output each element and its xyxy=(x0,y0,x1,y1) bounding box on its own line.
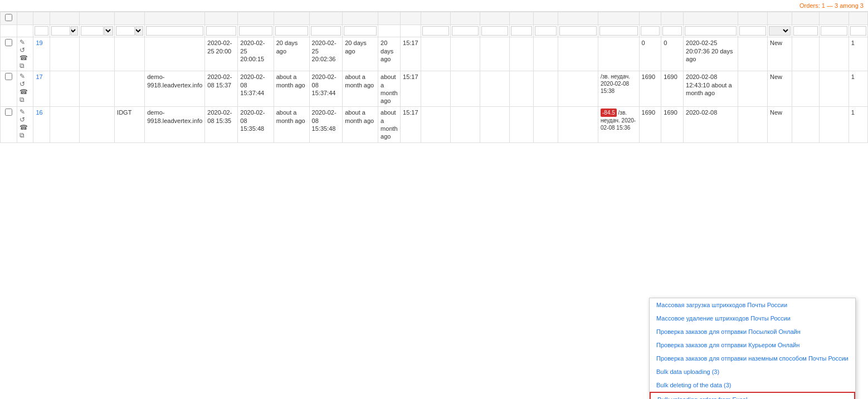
filter-price-input[interactable] xyxy=(641,26,660,36)
filter-id[interactable] xyxy=(33,25,50,37)
filter-rupost-input[interactable] xyxy=(793,26,817,36)
row-date: 2020-02-08 15:37 xyxy=(205,71,238,107)
row-select-checkbox[interactable] xyxy=(5,73,12,80)
header-operator xyxy=(50,12,79,25)
phone-icon[interactable]: ☎ xyxy=(19,55,31,61)
row-select-checkbox[interactable] xyxy=(5,39,12,46)
filter-return[interactable] xyxy=(534,25,558,37)
filter-rupost2[interactable] xyxy=(819,25,849,37)
filter-kol[interactable] xyxy=(849,25,867,37)
filter-canceled-input[interactable] xyxy=(481,26,508,36)
filter-total[interactable] xyxy=(661,25,684,37)
filter-id-input[interactable] xyxy=(35,26,48,36)
header-return-date xyxy=(534,12,558,25)
filter-status2[interactable] xyxy=(274,25,309,37)
filter-price[interactable] xyxy=(639,25,661,37)
filter-operator-select[interactable]: ▾ xyxy=(71,26,79,36)
filter-attempts[interactable] xyxy=(738,25,767,37)
filter-callmode[interactable]: New xyxy=(767,25,792,37)
filter-approved[interactable] xyxy=(421,25,450,37)
copy-icon[interactable]: ⧉ xyxy=(19,96,31,103)
filter-robo[interactable] xyxy=(598,25,639,37)
filter-robo-input[interactable] xyxy=(599,26,638,36)
filter-products[interactable]: ▾ xyxy=(80,25,115,37)
row-actions: ✎ ↺ ☎ ⧉ xyxy=(17,107,33,142)
filter-shipped-input[interactable] xyxy=(452,26,479,36)
copy-icon[interactable]: ⧉ xyxy=(19,62,31,69)
filter-products-input[interactable] xyxy=(81,26,103,36)
header-buyout-date xyxy=(509,12,534,25)
history-icon[interactable]: ↺ xyxy=(19,47,31,53)
header-checkbox[interactable] xyxy=(1,12,17,25)
id-link[interactable]: 17 xyxy=(36,73,42,80)
header-robo-log xyxy=(598,12,639,25)
filter-lastupdate2[interactable] xyxy=(343,25,378,37)
filter-kol-input[interactable] xyxy=(850,26,866,36)
filter-date-input[interactable] xyxy=(206,26,236,36)
filter-webmaster-input[interactable] xyxy=(116,26,135,36)
filter-rupost[interactable] xyxy=(792,25,819,37)
row-recall-time: 2020-02-25 20:07:36 20 days ago xyxy=(684,37,738,71)
filter-lastupdate2-input[interactable] xyxy=(344,26,377,36)
row-checkbox[interactable] xyxy=(1,107,17,142)
row-select-checkbox[interactable] xyxy=(5,109,12,116)
header-domain xyxy=(145,12,205,25)
filter-buyout[interactable] xyxy=(509,25,534,37)
header-comment xyxy=(558,12,598,25)
header-approved-date xyxy=(421,12,450,25)
edit-icon[interactable]: ✎ xyxy=(19,109,31,115)
filter-recall[interactable] xyxy=(684,25,738,37)
filter-shipped[interactable] xyxy=(450,25,480,37)
row-number-of-attempts xyxy=(738,37,767,71)
filter-comment-input[interactable] xyxy=(559,26,597,36)
copy-icon[interactable]: ⧉ xyxy=(19,132,31,139)
row-canceled-date xyxy=(480,71,509,107)
history-icon[interactable]: ↺ xyxy=(19,81,31,87)
filter-operator[interactable]: ▾ xyxy=(50,25,79,37)
filter-buyout-input[interactable] xyxy=(511,26,533,36)
row-operator xyxy=(50,107,79,142)
filter-date[interactable] xyxy=(205,25,238,37)
header-status-last-update-2 xyxy=(274,12,309,25)
filter-webmaster-select[interactable]: ▾ xyxy=(135,26,143,36)
row-checkbox[interactable] xyxy=(1,71,17,107)
header-russian-post-track xyxy=(792,12,819,25)
filter-lastupdate1-input[interactable] xyxy=(311,26,342,36)
phone-icon[interactable]: ☎ xyxy=(19,124,31,131)
filter-recall-input[interactable] xyxy=(685,26,737,36)
table-body: ✎ ↺ ☎ ⧉ 19 2020-02-25 20:00 2020-02-25 2… xyxy=(1,37,868,142)
row-total-price: 1690 xyxy=(661,107,684,142)
filter-products-select[interactable]: ▾ xyxy=(104,26,113,36)
row-last-update-1: 2020-02-08 15:35:48 xyxy=(309,107,343,142)
filter-webmaster[interactable]: ▾ xyxy=(115,25,145,37)
filter-rupost2-input[interactable] xyxy=(821,26,847,36)
id-link[interactable]: 19 xyxy=(36,40,42,46)
filter-status1-input[interactable] xyxy=(239,26,272,36)
phone-icon[interactable]: ☎ xyxy=(19,88,31,95)
filter-comment[interactable] xyxy=(558,25,598,37)
filter-domain[interactable] xyxy=(145,25,205,37)
edit-icon[interactable]: ✎ xyxy=(19,39,31,46)
filter-approved-input[interactable] xyxy=(422,26,449,36)
filter-canceled[interactable] xyxy=(480,25,509,37)
filter-status2-input[interactable] xyxy=(275,26,308,36)
filter-date2 xyxy=(378,25,401,37)
row-kol: 1 xyxy=(849,71,867,107)
filter-status1[interactable] xyxy=(238,25,274,37)
filter-callmode-select[interactable]: New xyxy=(769,26,791,36)
history-icon[interactable]: ↺ xyxy=(19,116,31,123)
header-actions xyxy=(17,12,33,25)
row-number-of-attempts xyxy=(738,71,767,107)
edit-icon[interactable]: ✎ xyxy=(19,73,31,80)
filter-operator-input[interactable] xyxy=(51,26,70,36)
row-time: 15:17 xyxy=(401,71,421,107)
filter-domain-input[interactable] xyxy=(146,26,203,36)
filter-total-input[interactable] xyxy=(662,26,682,36)
filter-attempts-input[interactable] xyxy=(739,26,766,36)
filter-lastupdate1[interactable] xyxy=(309,25,343,37)
id-link[interactable]: 16 xyxy=(36,109,42,116)
row-date2: about a month ago xyxy=(378,107,401,142)
filter-return-input[interactable] xyxy=(535,26,557,36)
select-all-checkbox[interactable] xyxy=(5,14,12,21)
row-checkbox[interactable] xyxy=(1,37,17,71)
